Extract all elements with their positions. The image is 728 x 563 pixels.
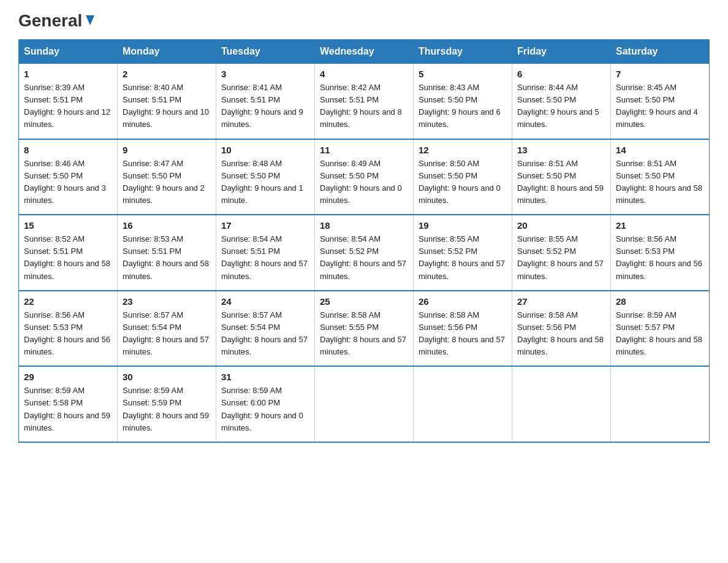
day-number: 2 bbox=[123, 69, 211, 79]
week-row-3: 15 Sunrise: 8:52 AM Sunset: 5:51 PM Dayl… bbox=[19, 215, 710, 291]
calendar-cell: 1 Sunrise: 8:39 AM Sunset: 5:51 PM Dayli… bbox=[19, 64, 118, 139]
calendar-cell bbox=[611, 366, 710, 442]
day-info: Sunrise: 8:58 AM Sunset: 5:55 PM Dayligh… bbox=[320, 309, 408, 359]
day-info: Sunrise: 8:58 AM Sunset: 5:56 PM Dayligh… bbox=[517, 309, 605, 359]
week-row-4: 22 Sunrise: 8:56 AM Sunset: 5:53 PM Dayl… bbox=[19, 291, 710, 367]
logo-triangle-icon bbox=[83, 13, 97, 26]
day-number: 12 bbox=[419, 145, 507, 155]
calendar-cell bbox=[315, 366, 414, 442]
day-info: Sunrise: 8:56 AM Sunset: 5:53 PM Dayligh… bbox=[24, 309, 112, 359]
day-info: Sunrise: 8:59 AM Sunset: 6:00 PM Dayligh… bbox=[221, 385, 309, 434]
calendar-cell: 24 Sunrise: 8:57 AM Sunset: 5:54 PM Dayl… bbox=[216, 291, 315, 367]
day-number: 28 bbox=[616, 296, 704, 307]
calendar-cell: 11 Sunrise: 8:49 AM Sunset: 5:50 PM Dayl… bbox=[315, 139, 414, 215]
calendar-cell: 15 Sunrise: 8:52 AM Sunset: 5:51 PM Dayl… bbox=[19, 215, 118, 291]
day-info: Sunrise: 8:54 AM Sunset: 5:51 PM Dayligh… bbox=[221, 233, 309, 283]
weekday-header-sunday: Sunday bbox=[19, 40, 118, 64]
day-info: Sunrise: 8:52 AM Sunset: 5:51 PM Dayligh… bbox=[24, 233, 112, 283]
day-info: Sunrise: 8:58 AM Sunset: 5:56 PM Dayligh… bbox=[419, 309, 507, 359]
day-number: 22 bbox=[24, 296, 112, 307]
day-info: Sunrise: 8:51 AM Sunset: 5:50 PM Dayligh… bbox=[616, 158, 704, 207]
calendar-cell bbox=[414, 366, 512, 442]
day-info: Sunrise: 8:50 AM Sunset: 5:50 PM Dayligh… bbox=[419, 158, 507, 207]
calendar-cell: 5 Sunrise: 8:43 AM Sunset: 5:50 PM Dayli… bbox=[414, 64, 512, 139]
day-number: 20 bbox=[517, 220, 605, 231]
logo: General bbox=[18, 12, 97, 27]
day-number: 30 bbox=[123, 372, 211, 382]
day-info: Sunrise: 8:42 AM Sunset: 5:51 PM Dayligh… bbox=[320, 82, 408, 131]
day-info: Sunrise: 8:51 AM Sunset: 5:50 PM Dayligh… bbox=[517, 158, 605, 207]
calendar-cell: 22 Sunrise: 8:56 AM Sunset: 5:53 PM Dayl… bbox=[19, 291, 118, 367]
calendar-cell: 8 Sunrise: 8:46 AM Sunset: 5:50 PM Dayli… bbox=[19, 139, 118, 215]
weekday-header-saturday: Saturday bbox=[611, 40, 710, 64]
day-info: Sunrise: 8:59 AM Sunset: 5:59 PM Dayligh… bbox=[123, 385, 211, 434]
page-header: General bbox=[18, 12, 710, 27]
day-info: Sunrise: 8:57 AM Sunset: 5:54 PM Dayligh… bbox=[221, 309, 309, 359]
calendar-cell: 28 Sunrise: 8:59 AM Sunset: 5:57 PM Dayl… bbox=[611, 291, 710, 367]
weekday-header-wednesday: Wednesday bbox=[315, 40, 414, 64]
day-info: Sunrise: 8:43 AM Sunset: 5:50 PM Dayligh… bbox=[419, 82, 507, 131]
day-info: Sunrise: 8:55 AM Sunset: 5:52 PM Dayligh… bbox=[517, 233, 605, 283]
day-info: Sunrise: 8:45 AM Sunset: 5:50 PM Dayligh… bbox=[616, 82, 704, 131]
day-number: 3 bbox=[221, 69, 309, 79]
weekday-header-thursday: Thursday bbox=[414, 40, 512, 64]
calendar-cell: 9 Sunrise: 8:47 AM Sunset: 5:50 PM Dayli… bbox=[118, 139, 216, 215]
day-number: 6 bbox=[517, 69, 605, 79]
day-info: Sunrise: 8:48 AM Sunset: 5:50 PM Dayligh… bbox=[221, 158, 309, 207]
calendar-cell: 17 Sunrise: 8:54 AM Sunset: 5:51 PM Dayl… bbox=[216, 215, 315, 291]
calendar-cell: 12 Sunrise: 8:50 AM Sunset: 5:50 PM Dayl… bbox=[414, 139, 512, 215]
weekday-header-monday: Monday bbox=[118, 40, 216, 64]
day-info: Sunrise: 8:46 AM Sunset: 5:50 PM Dayligh… bbox=[24, 158, 112, 207]
day-number: 11 bbox=[320, 145, 408, 155]
day-number: 10 bbox=[221, 145, 309, 155]
day-number: 14 bbox=[616, 145, 704, 155]
calendar-cell: 3 Sunrise: 8:41 AM Sunset: 5:51 PM Dayli… bbox=[216, 64, 315, 139]
calendar-cell bbox=[512, 366, 611, 442]
calendar-cell: 7 Sunrise: 8:45 AM Sunset: 5:50 PM Dayli… bbox=[611, 64, 710, 139]
day-number: 5 bbox=[419, 69, 507, 79]
svg-marker-0 bbox=[86, 15, 94, 25]
day-number: 13 bbox=[517, 145, 605, 155]
day-number: 1 bbox=[24, 69, 112, 79]
calendar-table: SundayMondayTuesdayWednesdayThursdayFrid… bbox=[18, 39, 710, 443]
calendar-cell: 6 Sunrise: 8:44 AM Sunset: 5:50 PM Dayli… bbox=[512, 64, 611, 139]
calendar-cell: 10 Sunrise: 8:48 AM Sunset: 5:50 PM Dayl… bbox=[216, 139, 315, 215]
day-number: 29 bbox=[24, 372, 112, 382]
day-number: 23 bbox=[123, 296, 211, 307]
calendar-cell: 2 Sunrise: 8:40 AM Sunset: 5:51 PM Dayli… bbox=[118, 64, 216, 139]
calendar-cell: 29 Sunrise: 8:59 AM Sunset: 5:58 PM Dayl… bbox=[19, 366, 118, 442]
calendar-cell: 20 Sunrise: 8:55 AM Sunset: 5:52 PM Dayl… bbox=[512, 215, 611, 291]
day-number: 25 bbox=[320, 296, 408, 307]
day-number: 16 bbox=[123, 220, 211, 231]
week-row-5: 29 Sunrise: 8:59 AM Sunset: 5:58 PM Dayl… bbox=[19, 366, 710, 442]
weekday-header-friday: Friday bbox=[512, 40, 611, 64]
calendar-cell: 25 Sunrise: 8:58 AM Sunset: 5:55 PM Dayl… bbox=[315, 291, 414, 367]
day-number: 26 bbox=[419, 296, 507, 307]
day-number: 8 bbox=[24, 145, 112, 155]
calendar-cell: 16 Sunrise: 8:53 AM Sunset: 5:51 PM Dayl… bbox=[118, 215, 216, 291]
day-info: Sunrise: 8:54 AM Sunset: 5:52 PM Dayligh… bbox=[320, 233, 408, 283]
calendar-cell: 23 Sunrise: 8:57 AM Sunset: 5:54 PM Dayl… bbox=[118, 291, 216, 367]
day-number: 24 bbox=[221, 296, 309, 307]
calendar-cell: 4 Sunrise: 8:42 AM Sunset: 5:51 PM Dayli… bbox=[315, 64, 414, 139]
weekday-header-row: SundayMondayTuesdayWednesdayThursdayFrid… bbox=[19, 40, 710, 64]
calendar-cell: 27 Sunrise: 8:58 AM Sunset: 5:56 PM Dayl… bbox=[512, 291, 611, 367]
day-number: 9 bbox=[123, 145, 211, 155]
calendar-cell: 26 Sunrise: 8:58 AM Sunset: 5:56 PM Dayl… bbox=[414, 291, 512, 367]
calendar-cell: 13 Sunrise: 8:51 AM Sunset: 5:50 PM Dayl… bbox=[512, 139, 611, 215]
calendar-cell: 19 Sunrise: 8:55 AM Sunset: 5:52 PM Dayl… bbox=[414, 215, 512, 291]
day-number: 7 bbox=[616, 69, 704, 79]
day-info: Sunrise: 8:59 AM Sunset: 5:57 PM Dayligh… bbox=[616, 309, 704, 359]
week-row-2: 8 Sunrise: 8:46 AM Sunset: 5:50 PM Dayli… bbox=[19, 139, 710, 215]
calendar-cell: 18 Sunrise: 8:54 AM Sunset: 5:52 PM Dayl… bbox=[315, 215, 414, 291]
day-number: 4 bbox=[320, 69, 408, 79]
calendar-cell: 21 Sunrise: 8:56 AM Sunset: 5:53 PM Dayl… bbox=[611, 215, 710, 291]
day-info: Sunrise: 8:49 AM Sunset: 5:50 PM Dayligh… bbox=[320, 158, 408, 207]
day-info: Sunrise: 8:47 AM Sunset: 5:50 PM Dayligh… bbox=[123, 158, 211, 207]
day-number: 15 bbox=[24, 220, 112, 231]
day-number: 18 bbox=[320, 220, 408, 231]
calendar-cell: 31 Sunrise: 8:59 AM Sunset: 6:00 PM Dayl… bbox=[216, 366, 315, 442]
day-number: 27 bbox=[517, 296, 605, 307]
day-info: Sunrise: 8:40 AM Sunset: 5:51 PM Dayligh… bbox=[123, 82, 211, 131]
day-number: 19 bbox=[419, 220, 507, 231]
